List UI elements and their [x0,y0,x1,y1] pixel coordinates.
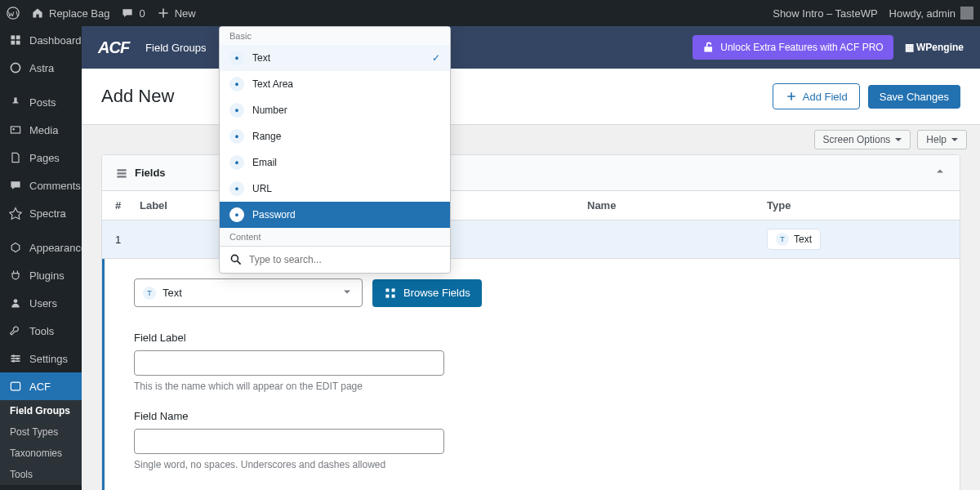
option-label: Text [252,52,270,64]
svg-point-12 [12,354,15,357]
svg-point-5 [11,63,20,72]
account-link[interactable]: Howdy, admin [889,7,973,20]
sidebar-label: Posts [29,96,56,109]
add-field-button[interactable]: Add Field [773,83,860,109]
sidebar-label: Astra [29,62,54,74]
screen-options-button[interactable]: Screen Options [814,130,911,149]
sidebar-label: Plugins [29,270,65,282]
plus-icon [157,7,170,20]
sidebar-item-astra[interactable]: Astra [0,54,82,82]
users-icon [8,296,23,310]
svg-rect-3 [11,41,15,45]
sidebar-item-plugins[interactable]: Plugins [0,261,82,289]
sidebar-item-tools[interactable]: Tools [0,317,82,345]
sidebar-item-dashboard[interactable]: Dashboard [0,26,82,54]
sidebar-label: Taxonomies [10,448,62,459]
dropdown-option-number[interactable]: ●Number [220,97,450,123]
main-content: ACF Field GroupsPost TypesTaxonomiesTool… [82,26,980,490]
svg-rect-20 [117,169,126,171]
page-header: Add New Add Field Save Changes [82,69,980,125]
sidebar-item-appearance[interactable]: Appearance [0,234,82,261]
comments-link[interactable]: 0 [121,7,145,20]
acf-nav-field-groups[interactable]: Field Groups [145,42,206,54]
dropdown-option-email[interactable]: ●Email [220,149,450,176]
sidebar-item-acf[interactable]: ACF [0,372,82,400]
field-type-select[interactable]: T Text [134,278,363,307]
sidebar-sub-tools[interactable]: Tools [0,464,82,485]
sidebar-item-spectra[interactable]: Spectra [0,199,82,227]
sidebar-label: Comments [29,180,81,192]
site-home-link[interactable]: Replace Bag [31,7,109,20]
option-icon: ● [229,181,244,196]
help-button[interactable]: Help [917,130,967,149]
upgrade-label: Unlock Extra Features with ACF PRO [720,42,883,53]
admin-bar: Replace Bag 0 New Show Intro – TasteWP H… [0,0,980,26]
comment-icon [8,178,23,193]
home-icon [31,7,44,20]
option-icon: ● [229,155,244,170]
dropdown-option-range[interactable]: ●Range [220,123,450,149]
wpengine-logo[interactable]: ▦ WPengine [905,42,964,53]
svg-point-14 [12,360,15,363]
screen-tabs: Screen Options Help [82,125,980,154]
dropdown-option-password[interactable]: ●Password [220,202,450,228]
browse-fields-button[interactable]: Browse Fields [372,279,482,307]
sidebar-label: Spectra [29,207,66,220]
sidebar-item-comments[interactable]: Comments [0,172,82,199]
field-label-label: Field Label [134,332,930,344]
browse-label: Browse Fields [403,287,470,299]
chevron-down-icon [951,138,958,141]
sidebar-label: Settings [29,353,68,365]
sidebar-item-users[interactable]: Users [0,289,82,317]
dropdown-option-text[interactable]: ●Text✓ [220,45,450,71]
sidebar-sub-post-types[interactable]: Post Types [0,421,82,443]
dropdown-option-url[interactable]: ●URL [220,176,450,202]
upgrade-pro-button[interactable]: Unlock Extra Features with ACF PRO [693,35,893,60]
comment-icon [121,7,134,20]
option-label: Number [252,105,287,116]
dropdown-group-label: Content [220,228,450,246]
option-label: Password [252,209,296,220]
col-type: Type [767,199,947,212]
check-icon: ✓ [432,52,440,64]
option-icon: ● [229,103,244,118]
sidebar-label: Media [29,124,58,136]
svg-rect-22 [117,176,126,177]
field-type-dropdown: Basic●Text✓●Text Area●Number●Range●Email… [219,26,451,274]
new-link[interactable]: New [157,7,196,20]
grid-icon [384,287,397,300]
field-name-input[interactable] [134,429,444,454]
dropdown-option-text-area[interactable]: ●Text Area [220,71,450,97]
acf-header: ACF Field GroupsPost TypesTaxonomiesTool… [82,26,980,69]
wp-logo[interactable] [7,7,20,20]
svg-rect-25 [385,294,389,297]
svg-rect-21 [117,172,126,174]
panel-collapse-toggle[interactable] [933,165,947,180]
sidebar-item-media[interactable]: Media [0,116,82,144]
page-icon [8,150,23,165]
sidebar-item-redirection[interactable]: Redirection [0,485,82,490]
sidebar-item-posts[interactable]: Posts [0,88,82,116]
spectra-icon [8,206,23,220]
panel-title: Fields [135,167,166,179]
search-icon [229,253,243,266]
option-label: URL [252,183,272,194]
sidebar-sub-field-groups[interactable]: Field Groups [0,400,82,421]
svg-point-13 [16,357,19,359]
plugin-icon [8,268,23,283]
dropdown-list[interactable]: Basic●Text✓●Text Area●Number●Range●Email… [220,27,450,246]
chevron-down-icon [341,285,354,301]
sidebar-sub-taxonomies[interactable]: Taxonomies [0,443,82,464]
save-changes-button[interactable]: Save Changes [868,85,960,109]
dropdown-search-input[interactable] [249,254,440,265]
sidebar-label: Appearance [29,242,82,254]
new-label: New [175,7,196,20]
sidebar-item-pages[interactable]: Pages [0,144,82,172]
col-number: # [115,199,140,212]
show-intro-link[interactable]: Show Intro – TasteWP [773,7,877,20]
sidebar-item-settings[interactable]: Settings [0,345,82,372]
svg-rect-2 [16,35,20,39]
type-chip-label: Text [794,234,812,245]
field-label-input[interactable] [134,350,444,376]
appearance-icon [8,240,23,255]
